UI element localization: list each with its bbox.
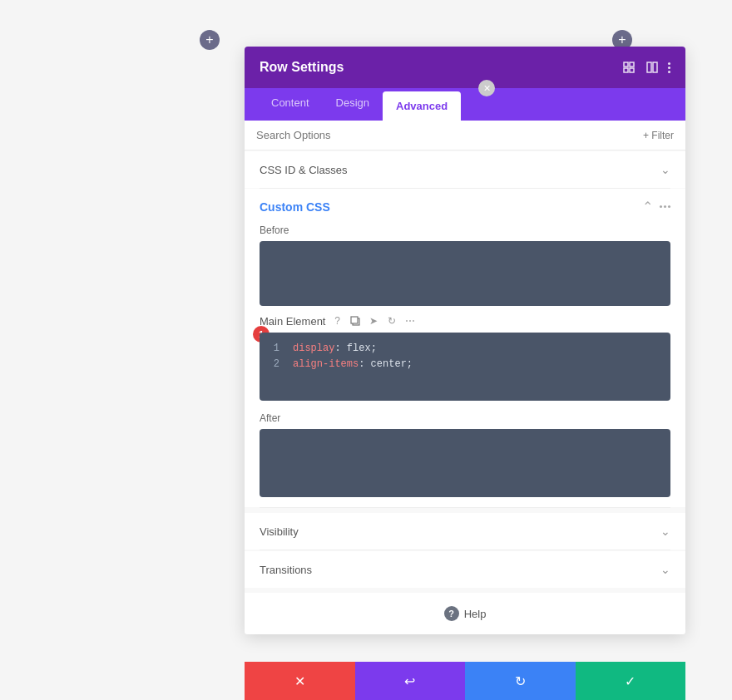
more-dots-icon[interactable]: ⋯ — [403, 314, 417, 328]
help-circle-icon[interactable]: ? — [444, 606, 459, 621]
visibility-header[interactable]: Visibility ⌄ — [260, 525, 670, 538]
tab-content[interactable]: Content — [258, 88, 323, 121]
panel-tabs: Content Design Advanced — [245, 88, 685, 121]
help-section: ? Help — [245, 593, 685, 634]
search-bar: + Filter — [245, 121, 685, 150]
help-question-icon[interactable]: ? — [330, 314, 344, 328]
redo-button[interactable]: ↻ — [465, 662, 576, 700]
css-id-classes-section: CSS ID & Classes ⌄ — [245, 151, 685, 188]
panel-header: Row Settings — [245, 47, 685, 88]
svg-rect-2 — [624, 68, 628, 72]
tab-advanced[interactable]: Advanced — [383, 91, 461, 121]
code-line-2: align-items: center; — [293, 357, 662, 372]
svg-rect-7 — [351, 317, 358, 323]
row-settings-panel: Row Settings — [245, 47, 685, 634]
code-line-1: display: flex; — [293, 341, 662, 357]
custom-css-header[interactable]: Custom CSS ⌃ — [260, 199, 670, 214]
css-id-classes-header[interactable]: CSS ID & Classes ⌄ — [260, 163, 670, 176]
svg-rect-5 — [653, 62, 657, 72]
divider-2 — [260, 507, 670, 508]
visibility-title: Visibility — [260, 525, 299, 538]
cursor-icon[interactable]: ➤ — [367, 314, 380, 328]
custom-css-actions: ⌃ — [642, 199, 670, 214]
after-label: After — [260, 412, 670, 424]
svg-rect-3 — [630, 68, 634, 72]
custom-css-section: Custom CSS ⌃ Before — [245, 189, 685, 507]
panel-header-icons — [621, 60, 670, 75]
css-id-classes-title: CSS ID & Classes — [260, 164, 347, 176]
undo-button[interactable]: ↩ — [355, 662, 466, 700]
after-editor[interactable] — [260, 429, 670, 497]
tab-design[interactable]: Design — [323, 88, 383, 121]
search-input[interactable] — [256, 129, 506, 141]
svg-rect-4 — [647, 62, 651, 72]
line-numbers: 1 2 — [260, 341, 286, 372]
custom-css-collapse-icon[interactable]: ⌃ — [642, 199, 653, 214]
main-element-row: Main Element ? ➤ ↻ ⋯ — [260, 314, 670, 328]
before-section: Before — [260, 224, 670, 306]
svg-rect-0 — [624, 62, 628, 67]
panel-body: + Filter CSS ID & Classes ⌄ Custom CSS ⌃ — [245, 121, 685, 634]
copy-icon[interactable] — [349, 314, 362, 328]
background: + + Row Settings — [0, 0, 732, 700]
transitions-section: Transitions ⌄ — [245, 551, 685, 588]
custom-css-title: Custom CSS — [260, 200, 330, 214]
split-view-icon[interactable] — [645, 60, 660, 75]
after-section: After — [260, 412, 670, 497]
before-editor[interactable] — [260, 241, 670, 306]
transitions-title: Transitions — [260, 564, 312, 576]
close-button[interactable]: ✕ — [478, 80, 495, 96]
svg-rect-1 — [630, 62, 634, 67]
panel-title: Row Settings — [260, 60, 344, 75]
visibility-chevron-icon: ⌄ — [660, 525, 670, 538]
main-element-editor[interactable]: 1 2 display: flex; align-items: center; — [260, 333, 670, 401]
transitions-chevron-icon: ⌄ — [660, 563, 670, 576]
filter-button[interactable]: + Filter — [643, 130, 674, 141]
cancel-button[interactable]: ✕ — [245, 662, 355, 700]
main-element-label: Main Element — [260, 315, 325, 328]
undo-small-icon[interactable]: ↻ — [385, 314, 398, 328]
visibility-section: Visibility ⌄ — [245, 513, 685, 550]
save-button[interactable]: ✓ — [576, 662, 686, 700]
divider-3 — [260, 550, 670, 550]
custom-css-more-icon[interactable] — [660, 205, 670, 208]
code-editor-wrap: 1 1 2 display: flex; align-items: center… — [260, 333, 670, 401]
footer-bar: ✕ ↩ ↻ ✓ — [245, 662, 685, 700]
fullscreen-icon[interactable] — [621, 60, 636, 75]
help-label[interactable]: Help — [464, 608, 487, 620]
before-label: Before — [260, 224, 670, 236]
transitions-header[interactable]: Transitions ⌄ — [260, 563, 670, 576]
add-left-button[interactable]: + — [200, 30, 220, 50]
css-id-classes-chevron-icon: ⌄ — [660, 163, 670, 176]
more-options-icon[interactable] — [668, 62, 670, 73]
